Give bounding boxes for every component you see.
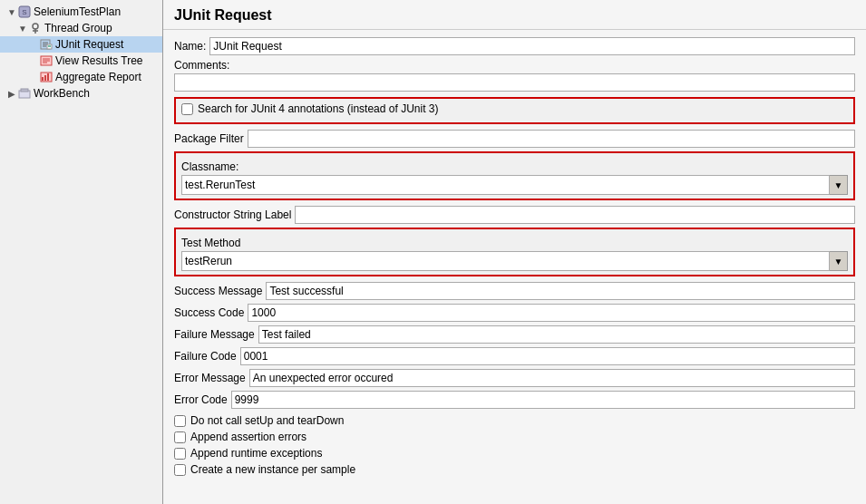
error-code-row: Error Code	[174, 391, 855, 409]
svg-point-2	[33, 24, 38, 29]
svg-rect-18	[47, 73, 49, 81]
do-not-call-checkbox[interactable]	[174, 415, 186, 427]
test-method-label: Test Method	[181, 237, 848, 249]
search-junit4-row: Search for JUnit 4 annotations (instead …	[181, 102, 848, 115]
name-row: Name:	[174, 37, 855, 55]
sidebar-item-label: Aggregate Report	[55, 71, 141, 83]
append-runtime-row: Append runtime exceptions	[174, 447, 855, 460]
success-message-input[interactable]	[266, 282, 855, 300]
failure-code-label: Failure Code	[174, 350, 237, 363]
sidebar-item-aggregate-report[interactable]: Aggregate Report	[0, 69, 162, 85]
expand-workbench: ▶	[7, 89, 16, 98]
classname-input[interactable]	[181, 175, 830, 195]
sidebar-item-label: View Results Tree	[55, 54, 143, 67]
package-filter-input[interactable]	[248, 130, 855, 148]
sidebar-item-junit-request[interactable]: JUnit Request	[0, 36, 162, 53]
error-message-input[interactable]	[249, 369, 855, 387]
classname-label: Classname:	[181, 160, 848, 173]
classname-dropdown-btn[interactable]: ▼	[830, 175, 848, 195]
sidebar-item-selenium-test-plan[interactable]: ▼ S SeleniumTestPlan	[0, 4, 162, 20]
junit-icon	[40, 38, 53, 51]
comments-label: Comments:	[174, 59, 855, 72]
expand-thread: ▼	[18, 24, 27, 33]
form-container: Name: Comments: Search for JUnit 4 annot…	[163, 30, 866, 504]
create-instance-checkbox[interactable]	[174, 464, 186, 476]
error-code-label: Error Code	[174, 393, 228, 406]
failure-code-input[interactable]	[240, 347, 855, 365]
success-code-label: Success Code	[174, 306, 244, 319]
search-junit4-label: Search for JUnit 4 annotations (instead …	[198, 102, 438, 115]
error-message-label: Error Message	[174, 372, 246, 384]
sidebar: ▼ S SeleniumTestPlan ▼ Thread Group JUni…	[0, 0, 163, 504]
create-instance-label: Create a new instance per sample	[190, 463, 355, 476]
view-results-icon	[40, 54, 53, 67]
append-assertion-label: Append assertion errors	[190, 431, 307, 443]
classname-wrapper: ▼	[181, 175, 848, 195]
sidebar-item-label: JUnit Request	[55, 38, 123, 51]
expand-view	[29, 56, 38, 65]
expand-junit	[29, 40, 38, 49]
error-message-row: Error Message	[174, 369, 855, 387]
success-message-row: Success Message	[174, 282, 855, 300]
test-method-input[interactable]	[181, 251, 830, 271]
sidebar-item-label: WorkBench	[34, 87, 90, 100]
test-method-section: Test Method ▼	[174, 228, 855, 276]
svg-rect-20	[21, 89, 28, 92]
append-assertion-row: Append assertion errors	[174, 431, 855, 443]
package-filter-label: Package Filter	[174, 132, 244, 145]
classname-section: Classname: ▼	[174, 151, 855, 200]
success-code-input[interactable]	[248, 304, 855, 322]
svg-rect-17	[44, 75, 46, 81]
constructor-input[interactable]	[295, 206, 855, 224]
failure-message-row: Failure Message	[174, 325, 855, 344]
failure-message-label: Failure Message	[174, 328, 255, 341]
sidebar-item-label: SeleniumTestPlan	[34, 5, 121, 18]
panel-title: JUnit Request	[163, 0, 866, 30]
create-instance-row: Create a new instance per sample	[174, 463, 855, 476]
main-panel: JUnit Request Name: Comments: Search for…	[163, 0, 866, 504]
selenium-icon: S	[18, 5, 31, 18]
expand-aggregate	[29, 73, 38, 82]
error-code-input[interactable]	[231, 391, 855, 409]
failure-message-input[interactable]	[258, 325, 855, 344]
do-not-call-label: Do not call setUp and tearDown	[190, 414, 344, 427]
thread-icon	[29, 22, 42, 34]
svg-rect-16	[42, 77, 44, 81]
append-runtime-checkbox[interactable]	[174, 448, 186, 460]
sidebar-item-workbench[interactable]: ▶ WorkBench	[0, 85, 162, 102]
search-junit4-section: Search for JUnit 4 annotations (instead …	[174, 97, 855, 124]
expand-selenium: ▼	[7, 7, 16, 16]
name-label: Name:	[174, 40, 206, 53]
sidebar-item-label: Thread Group	[44, 22, 112, 34]
constructor-label: Constructor String Label	[174, 208, 291, 221]
aggregate-icon	[40, 71, 53, 83]
success-message-label: Success Message	[174, 285, 262, 297]
sidebar-item-thread-group[interactable]: ▼ Thread Group	[0, 20, 162, 36]
success-code-row: Success Code	[174, 304, 855, 322]
svg-text:S: S	[22, 8, 26, 16]
append-assertion-checkbox[interactable]	[174, 431, 186, 443]
comments-input[interactable]	[174, 73, 855, 92]
test-method-wrapper: ▼	[181, 251, 848, 271]
do-not-call-row: Do not call setUp and tearDown	[174, 414, 855, 427]
name-input[interactable]	[209, 37, 855, 55]
search-junit4-checkbox[interactable]	[181, 103, 193, 115]
sidebar-item-view-results-tree[interactable]: View Results Tree	[0, 53, 162, 69]
constructor-row: Constructor String Label	[174, 206, 855, 224]
append-runtime-label: Append runtime exceptions	[190, 447, 322, 460]
workbench-icon	[18, 87, 31, 100]
test-method-dropdown-btn[interactable]: ▼	[830, 251, 848, 271]
failure-code-row: Failure Code	[174, 347, 855, 365]
package-filter-row: Package Filter	[174, 130, 855, 148]
